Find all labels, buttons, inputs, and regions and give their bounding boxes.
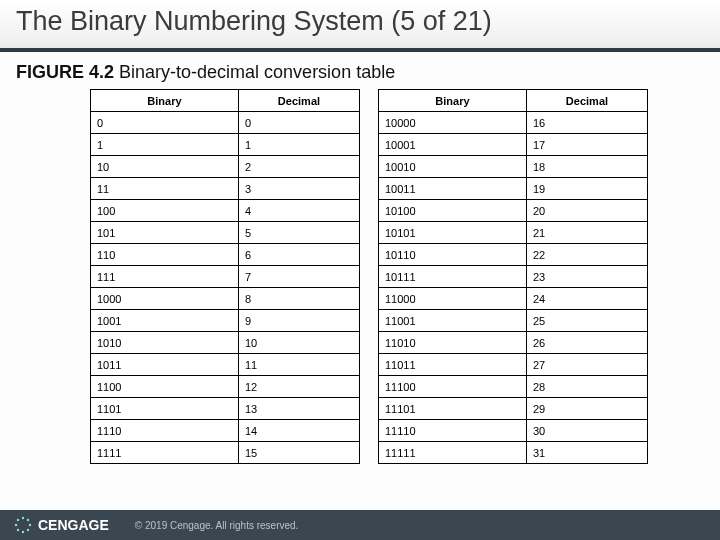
table-row: 1106 xyxy=(91,244,360,266)
cell-decimal: 12 xyxy=(238,376,359,398)
table-row: 110012 xyxy=(91,376,360,398)
cell-decimal: 21 xyxy=(526,222,647,244)
cell-decimal: 23 xyxy=(526,266,647,288)
svg-point-4 xyxy=(22,531,24,533)
svg-point-2 xyxy=(29,524,31,526)
cell-decimal: 7 xyxy=(238,266,359,288)
cell-binary: 1101 xyxy=(91,398,239,420)
cell-decimal: 8 xyxy=(238,288,359,310)
slide-title-text: The Binary Numbering System (5 of 21) xyxy=(16,6,492,36)
cell-binary: 11111 xyxy=(379,442,527,464)
cell-binary: 0 xyxy=(91,112,239,134)
spark-icon xyxy=(14,516,32,534)
table-row: 1015 xyxy=(91,222,360,244)
cell-binary: 11101 xyxy=(379,398,527,420)
svg-point-3 xyxy=(27,529,29,531)
cell-binary: 1111 xyxy=(91,442,239,464)
col-header-decimal: Decimal xyxy=(238,90,359,112)
cell-binary: 1000 xyxy=(91,288,239,310)
footer-bar: CENGAGE © 2019 Cengage. All rights reser… xyxy=(0,510,720,540)
conversion-table-right: Binary Decimal 1000016100011710010181001… xyxy=(378,89,648,464)
cell-binary: 11 xyxy=(91,178,239,200)
cell-decimal: 11 xyxy=(238,354,359,376)
table-row: 111014 xyxy=(91,420,360,442)
table-row: 1101026 xyxy=(379,332,648,354)
svg-point-1 xyxy=(27,519,29,521)
cell-binary: 1100 xyxy=(91,376,239,398)
table-row: 10008 xyxy=(91,288,360,310)
table-row: 110113 xyxy=(91,398,360,420)
table-row: 1101127 xyxy=(379,354,648,376)
copyright-text: © 2019 Cengage. All rights reserved. xyxy=(135,520,299,531)
table-row: 1100125 xyxy=(379,310,648,332)
cell-decimal: 28 xyxy=(526,376,647,398)
cell-binary: 11110 xyxy=(379,420,527,442)
cell-binary: 11011 xyxy=(379,354,527,376)
table-row: 1004 xyxy=(91,200,360,222)
cell-binary: 11000 xyxy=(379,288,527,310)
table-row: 101111 xyxy=(91,354,360,376)
table-row: 1110129 xyxy=(379,398,648,420)
figure-label: FIGURE 4.2 xyxy=(16,62,114,82)
svg-point-6 xyxy=(15,524,17,526)
col-header-binary: Binary xyxy=(91,90,239,112)
tables-container: Binary Decimal 0011102113100410151106111… xyxy=(0,89,720,464)
table-row: 11 xyxy=(91,134,360,156)
cell-binary: 10100 xyxy=(379,200,527,222)
cell-binary: 1 xyxy=(91,134,239,156)
cell-decimal: 2 xyxy=(238,156,359,178)
cell-binary: 10110 xyxy=(379,244,527,266)
cell-decimal: 0 xyxy=(238,112,359,134)
cell-decimal: 25 xyxy=(526,310,647,332)
cell-binary: 10001 xyxy=(379,134,527,156)
table-row: 1117 xyxy=(91,266,360,288)
cell-binary: 10000 xyxy=(379,112,527,134)
cell-decimal: 10 xyxy=(238,332,359,354)
cell-decimal: 5 xyxy=(238,222,359,244)
cell-decimal: 18 xyxy=(526,156,647,178)
cell-decimal: 22 xyxy=(526,244,647,266)
cell-decimal: 17 xyxy=(526,134,647,156)
table-header-row: Binary Decimal xyxy=(91,90,360,112)
table-row: 1111030 xyxy=(379,420,648,442)
table-row: 101010 xyxy=(91,332,360,354)
cell-binary: 1001 xyxy=(91,310,239,332)
cell-decimal: 30 xyxy=(526,420,647,442)
cell-decimal: 26 xyxy=(526,332,647,354)
cell-binary: 11001 xyxy=(379,310,527,332)
table-row: 1001119 xyxy=(379,178,648,200)
cell-binary: 111 xyxy=(91,266,239,288)
cell-binary: 10011 xyxy=(379,178,527,200)
cell-decimal: 14 xyxy=(238,420,359,442)
table-row: 00 xyxy=(91,112,360,134)
cell-binary: 10111 xyxy=(379,266,527,288)
cell-decimal: 16 xyxy=(526,112,647,134)
table-row: 1001018 xyxy=(379,156,648,178)
cell-decimal: 9 xyxy=(238,310,359,332)
table-row: 1011123 xyxy=(379,266,648,288)
figure-caption-text: Binary-to-decimal conversion table xyxy=(119,62,395,82)
cell-decimal: 6 xyxy=(238,244,359,266)
cell-binary: 1010 xyxy=(91,332,239,354)
cell-binary: 110 xyxy=(91,244,239,266)
cell-decimal: 13 xyxy=(238,398,359,420)
table-row: 10019 xyxy=(91,310,360,332)
cell-binary: 1011 xyxy=(91,354,239,376)
svg-point-5 xyxy=(17,529,19,531)
cell-decimal: 31 xyxy=(526,442,647,464)
col-header-binary: Binary xyxy=(379,90,527,112)
table-row: 1100024 xyxy=(379,288,648,310)
cell-decimal: 15 xyxy=(238,442,359,464)
table-header-row: Binary Decimal xyxy=(379,90,648,112)
cell-decimal: 19 xyxy=(526,178,647,200)
conversion-table-left: Binary Decimal 0011102113100410151106111… xyxy=(90,89,360,464)
table-row: 1010020 xyxy=(379,200,648,222)
brand-text: CENGAGE xyxy=(38,517,109,533)
cell-decimal: 1 xyxy=(238,134,359,156)
table-row: 113 xyxy=(91,178,360,200)
table-row: 1010121 xyxy=(379,222,648,244)
figure-caption: FIGURE 4.2 Binary-to-decimal conversion … xyxy=(0,52,720,89)
brand-logo: CENGAGE xyxy=(14,516,109,534)
cell-decimal: 3 xyxy=(238,178,359,200)
cell-binary: 11100 xyxy=(379,376,527,398)
